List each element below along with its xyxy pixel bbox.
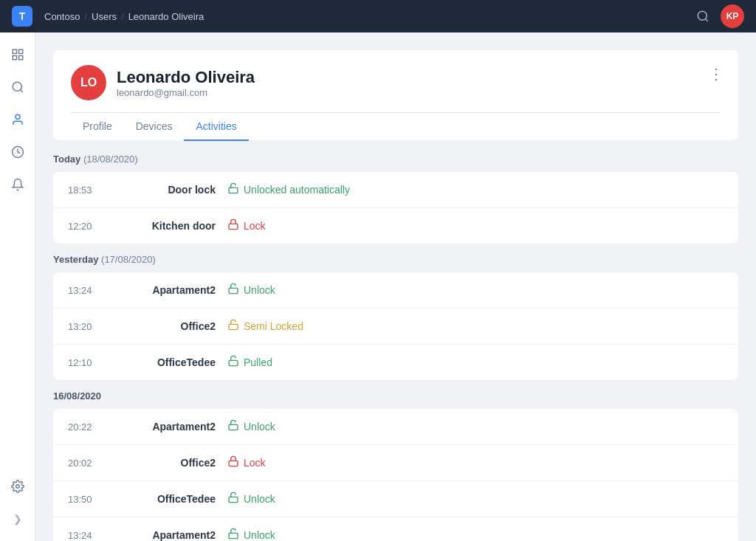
user-header-card: LO Leonardo Oliveira leonardo@gmail.com … <box>53 50 738 140</box>
svg-line-7 <box>20 89 22 92</box>
svg-rect-19 <box>229 533 238 538</box>
svg-point-8 <box>16 114 20 119</box>
tab-activities[interactable]: Activities <box>184 113 248 141</box>
sidebar-item-settings[interactable] <box>4 473 31 500</box>
activity-device: Apartament2 <box>112 421 216 433</box>
table-row: 20:02Office2Lock <box>53 445 738 481</box>
activity-status: Unlock <box>227 492 275 506</box>
lock-lock-icon <box>227 218 239 233</box>
table-row: 13:20Office2Semi Locked <box>53 309 738 345</box>
sidebar: ❯ <box>0 32 35 541</box>
activity-status: Semi Locked <box>227 319 303 334</box>
svg-rect-11 <box>229 187 238 193</box>
activity-card-0: 18:53Door lockUnlocked automatically12:2… <box>53 172 738 244</box>
sidebar-item-grid[interactable] <box>4 41 31 68</box>
breadcrumb-sep2: / <box>121 11 124 22</box>
activity-device: OfficeTedee <box>112 493 216 505</box>
lock-semi-icon <box>227 319 239 334</box>
profile-tabs: Profile Devices Activities <box>71 112 721 140</box>
activity-status: Pulled <box>227 355 272 370</box>
sidebar-item-users[interactable] <box>4 106 31 133</box>
lock-unlock-icon <box>227 283 239 297</box>
activity-status-text: Unlock <box>244 493 275 505</box>
breadcrumb-sep1: / <box>84 11 87 22</box>
breadcrumb-contoso[interactable]: Contoso <box>44 11 80 22</box>
svg-rect-17 <box>229 461 238 466</box>
user-name: Leonardo Oliveira <box>117 68 255 87</box>
activity-status: Unlocked automatically <box>227 182 350 197</box>
activity-status: Lock <box>227 218 266 233</box>
tab-profile[interactable]: Profile <box>71 113 124 141</box>
activity-device: Office2 <box>112 320 216 332</box>
svg-rect-5 <box>18 56 22 60</box>
table-row: 13:24Apartament2Unlock <box>53 517 738 541</box>
activity-status: Unlock <box>227 419 275 434</box>
svg-rect-18 <box>229 497 238 502</box>
user-email: leonardo@gmail.com <box>117 87 255 98</box>
table-row: 12:10OfficeTedeePulled <box>53 345 738 380</box>
main-content: LO Leonardo Oliveira leonardo@gmail.com … <box>35 32 756 541</box>
activity-card-1: 13:24Apartament2Unlock13:20Office2Semi L… <box>53 272 738 380</box>
svg-rect-15 <box>229 360 238 365</box>
table-row: 13:24Apartament2Unlock <box>53 272 738 309</box>
activity-device: Door lock <box>112 184 216 196</box>
svg-rect-12 <box>229 224 238 229</box>
activity-device: Kitchen door <box>112 220 216 232</box>
activity-time: 12:10 <box>68 357 112 368</box>
activity-status-text: Unlocked automatically <box>244 184 350 196</box>
app-logo: T <box>12 6 32 27</box>
activity-status-text: Unlock <box>244 284 275 296</box>
svg-rect-3 <box>18 49 22 53</box>
activity-device: OfficeTedee <box>112 356 216 368</box>
activity-time: 13:20 <box>68 321 112 332</box>
svg-point-10 <box>16 485 19 489</box>
activity-status: Unlock <box>227 283 275 297</box>
user-avatar-kp[interactable]: KP <box>721 4 744 28</box>
activities-container: Today (18/08/2020)18:53Door lockUnlocked… <box>53 152 738 541</box>
activity-status-text: Pulled <box>244 356 272 368</box>
svg-rect-16 <box>229 424 238 430</box>
activity-status-text: Unlock <box>244 529 275 541</box>
user-info: LO Leonardo Oliveira leonardo@gmail.com <box>71 65 721 100</box>
table-row: 18:53Door lockUnlocked automatically <box>53 172 738 208</box>
activity-status-text: Unlock <box>244 421 275 433</box>
more-options-button[interactable]: ⋮ <box>709 65 724 83</box>
activity-status-text: Lock <box>244 220 266 232</box>
svg-point-6 <box>13 82 21 91</box>
date-section-0: Today (18/08/2020)18:53Door lockUnlocked… <box>53 152 738 244</box>
date-label-0: Today (18/08/2020) <box>53 152 738 166</box>
activity-time: 13:24 <box>68 285 112 296</box>
activity-card-2: 20:22Apartament2Unlock20:02Office2Lock13… <box>53 409 738 541</box>
lock-unlock-icon <box>227 492 239 506</box>
lock-lock-icon <box>227 455 239 470</box>
lock-unlock-icon <box>227 528 239 541</box>
activity-time: 20:22 <box>68 421 112 433</box>
svg-rect-14 <box>229 324 238 329</box>
lock-unlock-icon <box>227 419 239 434</box>
sidebar-item-notifications[interactable] <box>4 171 31 198</box>
activity-device: Apartament2 <box>112 284 216 296</box>
date-section-1: Yesterday (17/08/2020)13:24Apartament2Un… <box>53 252 738 380</box>
lock-auto-icon <box>227 182 239 197</box>
activity-device: Apartament2 <box>112 529 216 541</box>
activity-status-text: Lock <box>244 457 266 469</box>
lock-unlock-icon <box>227 355 239 370</box>
sidebar-expand-button[interactable]: ❯ <box>4 506 31 532</box>
breadcrumb-user: Leonardo Oliveira <box>128 11 205 22</box>
tab-devices[interactable]: Devices <box>124 113 185 141</box>
svg-point-0 <box>698 11 707 20</box>
svg-rect-4 <box>13 56 16 60</box>
activity-status: Unlock <box>227 528 275 541</box>
sidebar-item-search[interactable] <box>4 74 31 100</box>
date-label-2: 16/08/2020 <box>53 389 738 403</box>
date-label-1: Yesterday (17/08/2020) <box>53 252 738 266</box>
activity-time: 18:53 <box>68 185 112 196</box>
table-row: 20:22Apartament2Unlock <box>53 409 738 445</box>
sidebar-item-history[interactable] <box>4 139 31 165</box>
search-button[interactable] <box>691 4 715 28</box>
breadcrumb-users[interactable]: Users <box>92 11 117 22</box>
activity-time: 12:20 <box>68 221 112 232</box>
table-row: 12:20Kitchen doorLock <box>53 208 738 244</box>
topbar: T Contoso / Users / Leonardo Oliveira KP <box>0 0 756 32</box>
table-row: 13:50OfficeTedeeUnlock <box>53 481 738 517</box>
